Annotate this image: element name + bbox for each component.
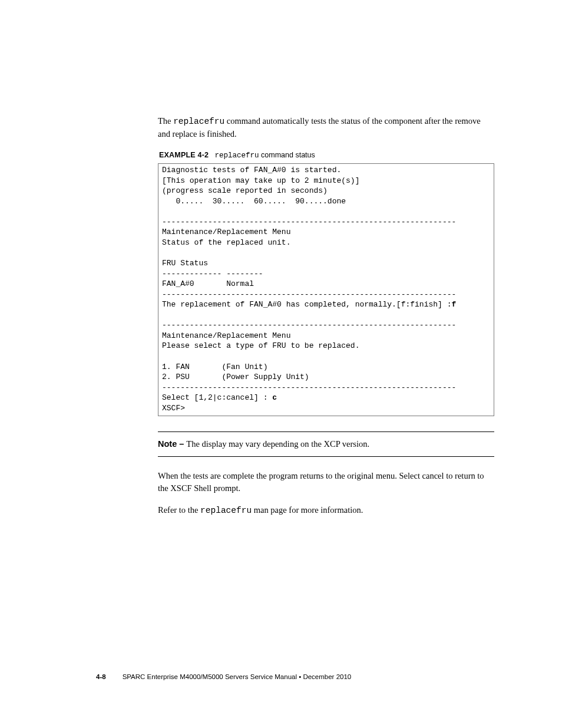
- code-line: Please select a type of FRU to be replac…: [162, 341, 359, 350]
- code-line: Maintenance/Replacement Menu: [162, 331, 290, 340]
- note-block: Note – The display may vary depending on…: [158, 431, 494, 457]
- code-line: [This operation may take up to 2 minute(…: [162, 176, 359, 185]
- body-paragraph: When the tests are complete the program …: [158, 470, 494, 495]
- code-line: XSCF>: [162, 404, 185, 413]
- code-line: Select [1,2|c:cancel] :: [162, 393, 272, 402]
- code-line: Diagnostic tests of FAN_A#0 is started.: [162, 166, 341, 174]
- para3-post: man page for more information.: [252, 505, 363, 515]
- code-line: Maintenance/Replacement Menu: [162, 228, 290, 236]
- code-line: ----------------------------------------…: [162, 321, 456, 330]
- code-user-input: f: [451, 300, 456, 309]
- code-line: ----------------------------------------…: [162, 218, 456, 226]
- code-line: FRU Status: [162, 259, 208, 268]
- code-line: 0..... 30..... 60..... 90.....done: [162, 197, 346, 206]
- code-line: 2. PSU (Power Supply Unit): [162, 373, 309, 381]
- example-label: EXAMPLE 4-2: [159, 151, 209, 159]
- code-line: 1. FAN (Fan Unit): [162, 363, 267, 371]
- code-line: (progress scale reported in seconds): [162, 186, 328, 195]
- code-user-input: c: [272, 393, 277, 402]
- page-footer: 4-8SPARC Enterprise M4000/M5000 Servers …: [96, 672, 351, 682]
- footer-title: SPARC Enterprise M4000/M5000 Servers Ser…: [123, 673, 352, 680]
- example-caption: EXAMPLE 4-2 replacefru command status: [159, 150, 494, 161]
- code-line: Status of the replaced unit.: [162, 238, 290, 247]
- code-line: ------------- --------: [162, 269, 263, 278]
- note-label: Note –: [158, 439, 186, 449]
- code-line: FAN_A#0 Normal: [162, 279, 254, 288]
- example-cmd: replacefru: [215, 151, 259, 160]
- intro-pre: The: [158, 116, 173, 126]
- intro-cmd: replacefru: [173, 117, 224, 126]
- para3-pre: Refer to the: [158, 505, 200, 515]
- page-number: 4-8: [96, 673, 106, 680]
- code-line: The replacement of FAN_A#0 has completed…: [162, 300, 451, 309]
- para3-cmd: replacefru: [200, 506, 252, 515]
- example-suffix: command status: [259, 151, 315, 159]
- code-line: ----------------------------------------…: [162, 290, 456, 299]
- code-line: ----------------------------------------…: [162, 383, 456, 392]
- note-text: The display may vary depending on the XC…: [186, 439, 369, 449]
- code-listing: Diagnostic tests of FAN_A#0 is started. …: [158, 163, 494, 416]
- body-paragraph: Refer to the replacefru man page for mor…: [158, 504, 494, 517]
- intro-paragraph: The replacefru command automatically tes…: [158, 115, 494, 140]
